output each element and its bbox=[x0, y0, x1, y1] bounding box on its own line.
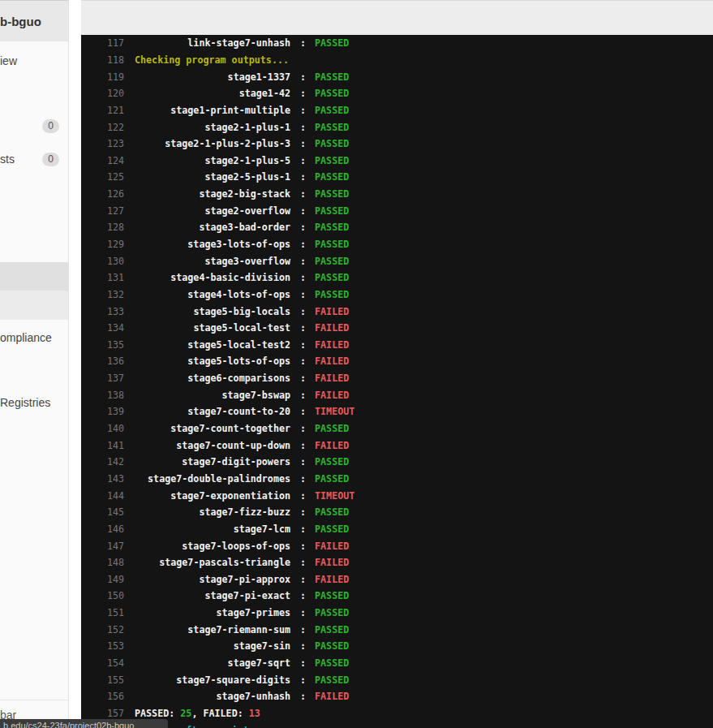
line-number-link[interactable]: 131 bbox=[81, 272, 124, 283]
line-number-link[interactable]: 128 bbox=[81, 222, 124, 233]
line-number-link[interactable]: 150 bbox=[81, 590, 124, 601]
line-number-link[interactable]: 132 bbox=[81, 289, 124, 300]
test-status: PASSED bbox=[315, 37, 349, 49]
sidebar-project-header: b-bguo bbox=[0, 1, 68, 41]
line-number-link[interactable]: 121 bbox=[81, 105, 124, 116]
test-name: stage7-pascals-triangle bbox=[135, 557, 290, 568]
line-number-link[interactable]: 151 bbox=[81, 607, 124, 618]
log-line: 148stage7-pascals-triangle:FAILED bbox=[81, 554, 713, 571]
line-number-link[interactable]: 147 bbox=[81, 541, 124, 552]
test-colon: : bbox=[300, 71, 306, 83]
log-lines: 117link-stage7-unhash:PASSED118Checking … bbox=[81, 35, 713, 728]
log-line: 146stage7-lcm:PASSED bbox=[81, 521, 713, 538]
sidebar-item-compliance[interactable]: ompliance bbox=[0, 331, 52, 344]
log-line: 121stage1-print-multiple:PASSED bbox=[81, 102, 713, 119]
test-colon: : bbox=[300, 138, 306, 149]
sidebar-badge-count: 0 bbox=[42, 119, 59, 133]
line-number-link[interactable]: 133 bbox=[81, 306, 124, 317]
line-number-link[interactable]: 149 bbox=[81, 574, 124, 585]
line-number-link[interactable]: 154 bbox=[81, 657, 124, 669]
test-status: FAILED bbox=[315, 339, 349, 351]
line-number-link[interactable]: 137 bbox=[81, 373, 124, 384]
sidebar-item-selected[interactable] bbox=[0, 262, 68, 291]
line-number-link[interactable]: 136 bbox=[81, 355, 124, 367]
test-name: stage7-unhash bbox=[135, 691, 290, 702]
log-line: 117link-stage7-unhash:PASSED bbox=[81, 35, 713, 52]
test-colon: : bbox=[300, 590, 306, 601]
test-name: stage3-lots-of-ops bbox=[135, 239, 290, 250]
line-number-link[interactable]: 126 bbox=[81, 188, 124, 200]
line-number-link[interactable]: 146 bbox=[81, 523, 124, 535]
log-line: 123stage2-1-plus-2-plus-3:PASSED bbox=[81, 136, 713, 153]
log-line: 135stage5-local-test2:FAILED bbox=[81, 337, 713, 354]
line-number-link[interactable]: 130 bbox=[81, 256, 124, 267]
line-number-link[interactable]: 156 bbox=[81, 691, 124, 702]
test-colon: : bbox=[300, 523, 306, 535]
test-name: stage4-basic-division bbox=[135, 272, 290, 283]
test-name: stage5-local-test2 bbox=[135, 339, 290, 351]
test-status: PASSED bbox=[315, 222, 349, 233]
summary-line: PASSED: 25, FAILED: 13 bbox=[135, 708, 260, 719]
line-number-link[interactable]: 148 bbox=[81, 557, 124, 568]
sidebar-item-requests[interactable]: sts bbox=[0, 153, 15, 166]
test-name: stage7-sin bbox=[135, 640, 290, 652]
test-colon: : bbox=[300, 473, 306, 485]
log-line: 137stage6-comparisons:FAILED bbox=[81, 370, 713, 387]
test-colon: : bbox=[300, 557, 306, 568]
log-line: 120stage1-42:PASSED bbox=[81, 85, 713, 102]
test-name: link-stage7-unhash bbox=[135, 37, 290, 49]
line-number-link[interactable]: 123 bbox=[81, 138, 124, 149]
sidebar-subitem-selected[interactable] bbox=[0, 291, 68, 320]
test-name: stage1-42 bbox=[135, 88, 290, 99]
line-number-link[interactable]: 138 bbox=[81, 390, 124, 401]
line-number-link[interactable]: 124 bbox=[81, 155, 124, 166]
test-status: FAILED bbox=[315, 440, 349, 451]
test-status: FAILED bbox=[315, 306, 349, 317]
line-number-link[interactable]: 117 bbox=[81, 37, 124, 49]
test-colon: : bbox=[300, 322, 306, 334]
line-number-link[interactable]: 135 bbox=[81, 339, 124, 351]
status-tooltip-url: b.edu/cs24-23fa/project02b-bguo bbox=[3, 721, 134, 728]
line-number-link[interactable]: 139 bbox=[81, 406, 124, 417]
line-number-link[interactable]: 143 bbox=[81, 473, 124, 485]
log-line: 149stage7-pi-approx:FAILED bbox=[81, 571, 713, 588]
test-colon: : bbox=[300, 272, 306, 283]
test-name: stage5-local-test bbox=[135, 322, 290, 334]
line-number-link[interactable]: 129 bbox=[81, 239, 124, 250]
log-line: 140stage7-count-together:PASSED bbox=[81, 420, 713, 437]
test-status: PASSED bbox=[315, 506, 349, 518]
line-number-link[interactable]: 152 bbox=[81, 624, 124, 635]
line-number-link[interactable]: 153 bbox=[81, 640, 124, 652]
line-number-link[interactable]: 125 bbox=[81, 171, 124, 183]
test-status: PASSED bbox=[315, 256, 349, 267]
test-status: PASSED bbox=[315, 624, 349, 635]
test-status: PASSED bbox=[315, 272, 349, 283]
line-number-link[interactable]: 140 bbox=[81, 423, 124, 434]
line-number-link[interactable]: 119 bbox=[81, 71, 124, 83]
test-name: stage3-bad-order bbox=[135, 222, 290, 233]
log-line: 134stage5-local-test:FAILED bbox=[81, 320, 713, 337]
line-number-link[interactable]: 142 bbox=[81, 456, 124, 467]
line-number-link[interactable]: 155 bbox=[81, 674, 124, 686]
line-number-link[interactable]: 120 bbox=[81, 88, 124, 99]
test-status: PASSED bbox=[315, 607, 349, 618]
test-status: PASSED bbox=[315, 138, 349, 149]
line-number-link[interactable]: 141 bbox=[81, 440, 124, 451]
line-number-link[interactable]: 134 bbox=[81, 322, 124, 334]
sidebar-item-overview[interactable]: iew bbox=[0, 54, 17, 67]
line-number-link[interactable]: 145 bbox=[81, 506, 124, 518]
log-line: 150stage7-pi-exact:PASSED bbox=[81, 588, 713, 605]
line-number-link[interactable]: 118 bbox=[81, 54, 124, 66]
line-number-link[interactable]: 157 bbox=[81, 708, 124, 719]
job-log-toolbar bbox=[81, 0, 713, 35]
info-line: Checking program outputs... bbox=[135, 54, 289, 66]
line-number-link[interactable]: 122 bbox=[81, 122, 124, 133]
line-number-link[interactable]: 127 bbox=[81, 205, 124, 217]
sidebar-item-registries[interactable]: Registries bbox=[0, 396, 50, 409]
test-colon: : bbox=[300, 674, 306, 686]
test-colon: : bbox=[300, 456, 306, 467]
test-name: stage7-riemann-sum bbox=[135, 624, 290, 635]
test-name: stage7-fizz-buzz bbox=[135, 506, 290, 518]
test-colon: : bbox=[300, 355, 306, 367]
line-number-link[interactable]: 144 bbox=[81, 490, 124, 502]
